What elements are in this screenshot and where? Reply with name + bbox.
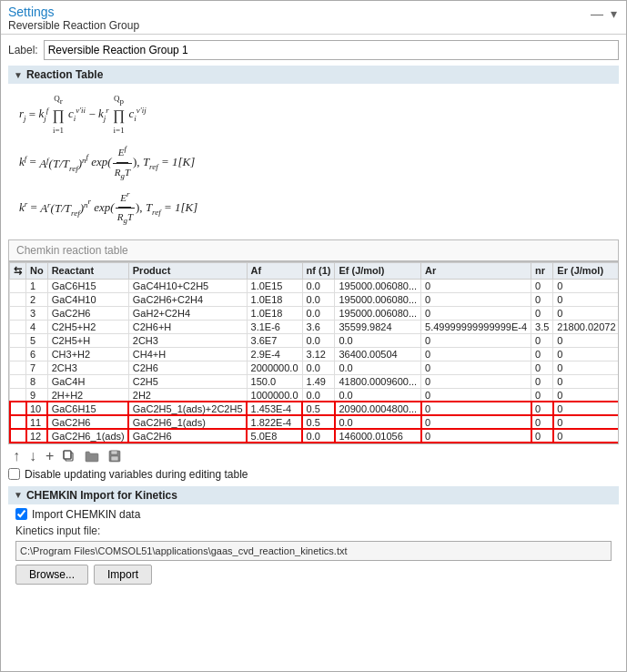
table-cell (10, 279, 26, 292)
chemkin-section-header[interactable]: ▼ CHEMKIN Import for Kinetics (8, 486, 619, 504)
table-cell: 0.0 (302, 306, 335, 320)
table-cell: 0 (421, 429, 531, 443)
table-cell: 0 (421, 388, 531, 402)
table-row[interactable]: 3GaC2H6GaH2+C2H41.0E180.0195000.006080..… (10, 306, 620, 320)
col-product: Product (128, 262, 247, 279)
table-cell: 195000.006080... (335, 292, 421, 306)
kinetics-buttons: Browse... Import (15, 565, 612, 585)
table-cell: 0 (421, 402, 531, 415)
row-up-button[interactable]: ↑ (10, 447, 23, 465)
reaction-table-header[interactable]: ▼ Reaction Table (8, 66, 619, 84)
table-cell: C2H6 (128, 361, 247, 374)
table-cell: 0 (421, 279, 531, 292)
expand-button[interactable]: ▾ (609, 6, 619, 21)
table-row[interactable]: 72CH3C2H62000000.00.00.0000 (10, 361, 620, 374)
table-row[interactable]: 2GaC4H10GaC2H6+C2H41.0E180.0195000.00608… (10, 292, 620, 306)
settings-title: Settings (8, 5, 139, 19)
table-cell: 0 (531, 374, 553, 388)
table-row[interactable]: 6CH3+H2CH4+H2.9E-43.1236400.00504000 (10, 347, 620, 361)
table-cell: 0 (531, 361, 553, 374)
table-cell: 0 (553, 402, 619, 415)
table-cell: 195000.006080... (335, 306, 421, 320)
table-cell: 9 (26, 388, 48, 402)
table-cell: 0 (553, 388, 619, 402)
table-cell (10, 361, 26, 374)
table-cell: 0 (553, 415, 619, 429)
table-cell: GaC4H10+C2H5 (128, 279, 247, 292)
table-cell: 4 (26, 320, 48, 333)
table-cell: 0 (421, 361, 531, 374)
table-cell: GaC2H6_1(ads) (128, 415, 247, 429)
header-left: Settings Reversible Reaction Group (8, 5, 139, 32)
table-cell: C2H5 (128, 374, 247, 388)
table-cell: 0.5 (302, 415, 335, 429)
table-cell: 21800.02072 (553, 320, 619, 333)
table-cell: 1.49 (302, 374, 335, 388)
label-input[interactable] (44, 40, 619, 60)
svg-rect-5 (111, 451, 117, 454)
kinetics-file-label: Kinetics input file: (15, 524, 612, 537)
table-cell: 0.0 (302, 388, 335, 402)
table-cell: GaC2H6_1(ads) (47, 429, 128, 443)
table-cell: 0 (553, 374, 619, 388)
table-cell: GaC2H6 (47, 415, 128, 429)
table-row[interactable]: 8GaC4HC2H5150.01.4941800.0009600...000 (10, 374, 620, 388)
table-cell (10, 402, 26, 415)
table-cell: 12 (26, 429, 48, 443)
folder-button[interactable] (82, 449, 102, 463)
table-cell (10, 374, 26, 388)
disable-checkbox[interactable] (8, 468, 20, 480)
col-er: Er (J/mol) (553, 262, 619, 279)
table-cell: GaH2+C2H4 (128, 306, 247, 320)
table-header-row: ⇆ No Reactant Product Af nf (1) Ef (J/mo… (10, 262, 620, 279)
table-cell: GaC2H6 (128, 429, 247, 443)
table-cell: 0 (531, 333, 553, 347)
formula-area: rj = kjf Qr ∏ i=1 ciν'ii − kjr Qp (8, 84, 619, 236)
table-cell: 0 (553, 347, 619, 361)
table-row[interactable]: 11GaC2H6GaC2H6_1(ads)1.822E-40.50.0000 (10, 415, 620, 429)
table-cell: C2H5+H (47, 333, 128, 347)
minimize-button[interactable]: — (589, 6, 605, 21)
add-row-button[interactable]: + (43, 447, 56, 465)
reaction-table-arrow: ▼ (14, 70, 23, 80)
table-cell: 1.0E15 (247, 279, 302, 292)
table-cell: 2.9E-4 (247, 347, 302, 361)
table-cell: 0 (553, 429, 619, 443)
table-row[interactable]: 10GaC6H15GaC2H5_1(ads)+2C2H51.453E-40.52… (10, 402, 620, 415)
content-area: Label: ▼ Reaction Table rj = kjf Qr ∏ (1, 35, 626, 671)
import-button[interactable]: Import (94, 565, 152, 585)
table-row[interactable]: 12GaC2H6_1(ads)GaC2H65.0E80.0146000.0105… (10, 429, 620, 443)
reaction-table-title: Reaction Table (26, 68, 103, 81)
table-cell: 2H+H2 (47, 388, 128, 402)
table-cell: 0.0 (302, 279, 335, 292)
table-cell: 0 (531, 402, 553, 415)
table-cell: 1.822E-4 (247, 415, 302, 429)
import-chemkin-checkbox[interactable] (15, 508, 27, 520)
table-row[interactable]: 92H+H22H21000000.00.00.0000 (10, 388, 620, 402)
reaction-table: ⇆ No Reactant Product Af nf (1) Ef (J/mo… (9, 262, 619, 443)
copy-row-button[interactable] (60, 449, 78, 463)
table-cell: 0 (531, 347, 553, 361)
svg-rect-1 (64, 451, 71, 459)
table-cell: 2 (26, 292, 48, 306)
browse-button[interactable]: Browse... (15, 565, 88, 585)
header-subtitle: Reversible Reaction Group (8, 19, 139, 32)
table-cell: C2H6+H (128, 320, 247, 333)
table-cell: 6 (26, 347, 48, 361)
table-cell: 3 (26, 306, 48, 320)
import-checkbox-row: Import CHEMKIN data (15, 508, 612, 521)
table-cell: 0 (421, 292, 531, 306)
table-cell: 5.49999999999999E-4 (421, 320, 531, 333)
kinetics-file-path-input[interactable] (15, 541, 612, 561)
table-cell (10, 347, 26, 361)
table-cell (10, 388, 26, 402)
row-down-button[interactable]: ↓ (26, 447, 39, 465)
table-cell (10, 415, 26, 429)
table-row[interactable]: 5C2H5+H2CH33.6E70.00.0000 (10, 333, 620, 347)
table-cell: 3.5 (531, 320, 553, 333)
table-row[interactable]: 4C2H5+H2C2H6+H3.1E-63.635599.98245.49999… (10, 320, 620, 333)
reaction-table-container[interactable]: ⇆ No Reactant Product Af nf (1) Ef (J/mo… (8, 261, 619, 444)
table-row[interactable]: 1GaC6H15GaC4H10+C2H51.0E150.0195000.0060… (10, 279, 620, 292)
table-cell: 0 (421, 415, 531, 429)
save-button[interactable] (106, 449, 124, 463)
